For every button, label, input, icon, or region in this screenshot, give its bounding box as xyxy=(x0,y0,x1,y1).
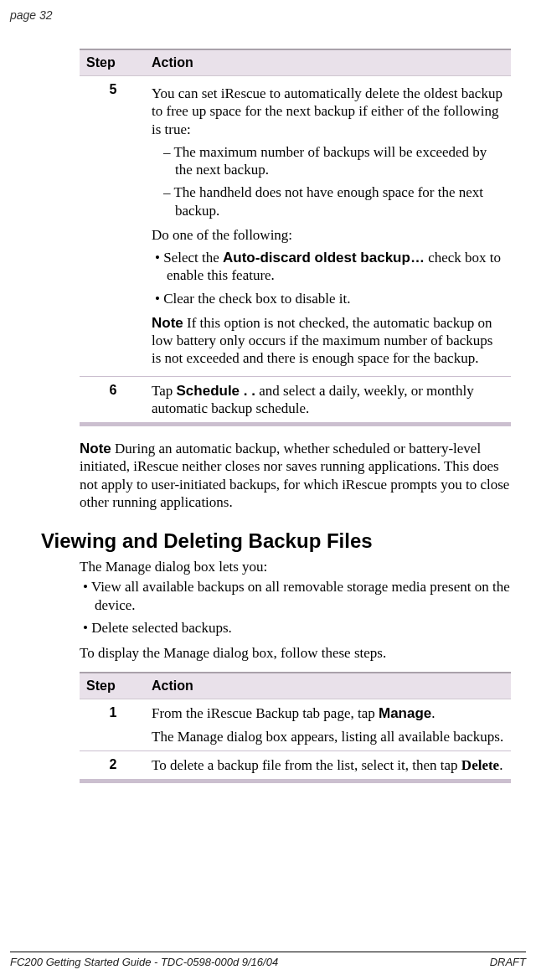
step-action-cell: Tap Schedule . . and select a daily, wee… xyxy=(145,376,511,423)
footer-left: FC200 Getting Started Guide - TDC-0598-0… xyxy=(10,956,278,968)
section-intro: The Manage dialog box lets you: xyxy=(80,558,511,575)
t2s1-post: . xyxy=(431,705,435,721)
table-row: 6 Tap Schedule . . and select a daily, w… xyxy=(80,376,511,423)
step6-bold: Schedule . . xyxy=(177,383,255,399)
step-number: 5 xyxy=(80,76,145,377)
table1-head-action: Action xyxy=(145,49,511,76)
page-content: Step Action 5 You can set iRescue to aut… xyxy=(80,49,511,783)
step-action-cell: From the iRescue Backup tab page, tap Ma… xyxy=(145,699,511,751)
section-bullet2: • Delete selected backups. xyxy=(95,616,511,639)
section-lead-out: To display the Manage dialog box, follow… xyxy=(80,639,511,662)
table-row: 2 To delete a backup file from the list,… xyxy=(80,750,511,779)
step5-do-one: Do one of the following: xyxy=(152,223,506,247)
step-action-cell: You can set iRescue to automatically del… xyxy=(145,76,511,377)
section-bullet1: • View all available backups on all remo… xyxy=(95,575,511,616)
page-footer: FC200 Getting Started Guide - TDC-0598-0… xyxy=(10,952,526,968)
table-row: 5 You can set iRescue to automatically d… xyxy=(80,76,511,377)
step-number: 2 xyxy=(80,750,145,779)
step5-bullet2: • Clear the check box to disable it. xyxy=(167,288,506,311)
steps-table-1: Step Action 5 You can set iRescue to aut… xyxy=(80,49,511,426)
note-label: Note xyxy=(80,441,111,456)
t2s2-post: . xyxy=(499,757,502,773)
t2s2-pre: To delete a backup file from the list, s… xyxy=(152,757,461,773)
step5-b1-bold: Auto-discard oldest backup… xyxy=(223,250,425,266)
table2-head-step: Step xyxy=(80,673,145,699)
mid-note: Note During an automatic backup, whether… xyxy=(80,440,511,511)
step5-dash2: – The handheld does not have enough spac… xyxy=(175,182,506,223)
step-number: 6 xyxy=(80,376,145,423)
step5-note: Note If this option is not checked, the … xyxy=(152,311,506,371)
note-body: During an automatic backup, whether sche… xyxy=(80,441,509,510)
table-end-bar xyxy=(80,780,511,784)
step5-b1-pre: • Select the xyxy=(155,250,223,266)
t2-step2-line: To delete a backup file from the list, s… xyxy=(152,756,506,774)
table2-head-action: Action xyxy=(145,673,511,699)
table-end-bar xyxy=(80,423,511,427)
section-body: The Manage dialog box lets you: • View a… xyxy=(80,558,511,662)
step-action-cell: To delete a backup file from the list, s… xyxy=(145,750,511,779)
step5-dash1: – The maximum number of backups will be … xyxy=(175,142,506,183)
step-number: 1 xyxy=(80,699,145,751)
table1-head-step: Step xyxy=(80,49,145,76)
step5-bullet1: • Select the Auto-discard oldest backup…… xyxy=(167,247,506,288)
note-body: If this option is not checked, the autom… xyxy=(152,315,492,367)
page-number-header: page 32 xyxy=(10,8,53,22)
steps-table-2: Step Action 1 From the iRescue Backup ta… xyxy=(80,672,511,783)
t2s1-pre: From the iRescue Backup tab page, tap xyxy=(152,705,379,721)
t2-step1-line2: The Manage dialog box appears, listing a… xyxy=(152,723,506,745)
t2s1-bold: Manage xyxy=(379,705,431,721)
section-heading: Viewing and Deleting Backup Files xyxy=(41,529,511,553)
note-label: Note xyxy=(152,315,183,331)
step5-intro: You can set iRescue to automatically del… xyxy=(152,81,506,142)
step6-text: Tap Schedule . . and select a daily, wee… xyxy=(152,382,506,418)
t2s2-bold: Delete xyxy=(461,757,499,773)
footer-right: DRAFT xyxy=(490,956,526,968)
t2-step1-line1: From the iRescue Backup tab page, tap Ma… xyxy=(152,704,506,722)
step6-pre: Tap xyxy=(152,383,177,399)
table-row: 1 From the iRescue Backup tab page, tap … xyxy=(80,699,511,751)
